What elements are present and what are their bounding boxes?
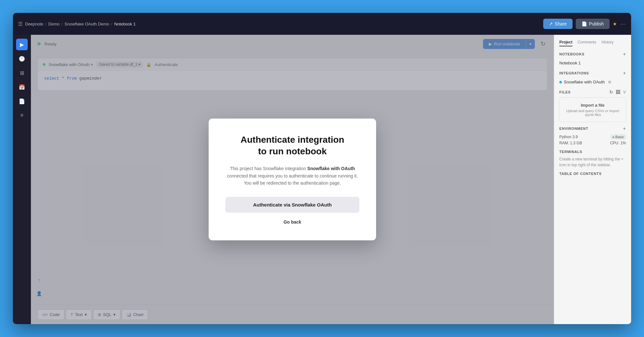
environment-section-title: ENVIRONMENT + xyxy=(559,126,626,131)
right-sidebar: Project Comments History NOTEBOOKS + Not… xyxy=(554,35,631,324)
file-upload-area[interactable]: Import a file Upload and query CSVs or i… xyxy=(559,97,626,122)
breadcrumb-sep3: / xyxy=(111,22,112,26)
right-sidebar-tabs: Project Comments History xyxy=(559,40,626,46)
integration-item[interactable]: Snowflake with OAuth ⚙ xyxy=(559,78,626,86)
breadcrumb-sep2: / xyxy=(62,22,63,26)
snowflake-status-dot xyxy=(559,81,562,83)
main-content: ▶ 🕐 ⊞ 📅 📄 ≡ Ready ▶ Run notebook ▾ xyxy=(13,35,631,324)
environment-stats-row: RAM: 1.3 GB CPU: 1% xyxy=(559,140,626,146)
left-sidebar: ▶ 🕐 ⊞ 📅 📄 ≡ xyxy=(13,35,31,324)
breadcrumb-project[interactable]: Demo xyxy=(48,22,60,26)
tab-project[interactable]: Project xyxy=(559,40,573,46)
share-icon: ↗ xyxy=(549,21,553,26)
sidebar-play-icon[interactable]: ▶ xyxy=(16,39,28,50)
sidebar-list-icon[interactable]: ≡ xyxy=(16,110,28,121)
modal-description: This project has Snowflake integration S… xyxy=(225,165,359,187)
hamburger-icon[interactable]: ☰ xyxy=(18,21,23,27)
notebook-item[interactable]: Notebook 1 xyxy=(559,59,626,67)
sidebar-doc-icon[interactable]: 📄 xyxy=(16,95,28,107)
authenticate-modal: Authenticate integrationto run notebook … xyxy=(209,119,376,241)
env-tier-badge: Basic xyxy=(611,134,626,140)
add-notebook-icon[interactable]: + xyxy=(623,52,626,57)
terminals-desc: Create a new terminal by hitting the + i… xyxy=(559,156,626,168)
sidebar-calendar-icon[interactable]: 📅 xyxy=(16,81,28,93)
breadcrumb-path[interactable]: Snowflake OAuth Demo xyxy=(64,22,109,26)
publish-button[interactable]: 📄 Publish xyxy=(576,19,610,29)
breadcrumb: Deepnote / Demo / Snowflake OAuth Demo /… xyxy=(25,22,136,26)
top-bar-right: ↗ Share 📄 Publish ★ ⋯ xyxy=(543,19,626,29)
files-actions: ↻ 🖼 ⑂ xyxy=(609,90,626,95)
file-github-icon[interactable]: ⑂ xyxy=(623,90,626,95)
add-integration-icon[interactable]: + xyxy=(623,71,626,76)
more-options-icon[interactable]: ⋯ xyxy=(620,20,626,27)
tab-comments[interactable]: Comments xyxy=(578,40,596,46)
files-section-title: FILES ↻ 🖼 ⑂ xyxy=(559,90,626,95)
terminals-section-title: TERMINALS xyxy=(559,150,626,154)
breadcrumb-sep1: / xyxy=(45,22,46,26)
top-bar: ☰ Deepnote / Demo / Snowflake OAuth Demo… xyxy=(13,13,631,35)
tab-history[interactable]: History xyxy=(601,40,613,46)
environment-python-row: Python 3.9 Basic xyxy=(559,134,626,140)
notebooks-section-title: NOTEBOOKS + xyxy=(559,52,626,57)
modal-title: Authenticate integrationto run notebook xyxy=(225,134,359,158)
star-icon[interactable]: ★ xyxy=(613,21,617,26)
toc-section-title: TABLE OF CONTENTS xyxy=(559,172,626,176)
modal-overlay: Authenticate integrationto run notebook … xyxy=(31,35,554,324)
integrations-section-title: INTEGRATIONS + xyxy=(559,71,626,76)
notebook-area: Ready ▶ Run notebook ▾ ↻ Sn xyxy=(31,35,554,324)
breadcrumb-notebook[interactable]: Notebook 1 xyxy=(114,22,136,26)
add-environment-icon[interactable]: + xyxy=(623,126,626,131)
file-refresh-icon[interactable]: ↻ xyxy=(609,90,613,95)
top-bar-left: ☰ Deepnote / Demo / Snowflake OAuth Demo… xyxy=(18,21,539,27)
sidebar-grid-icon[interactable]: ⊞ xyxy=(16,67,28,79)
go-back-button[interactable]: Go back xyxy=(283,219,301,225)
breadcrumb-app[interactable]: Deepnote xyxy=(25,22,43,26)
file-image-icon[interactable]: 🖼 xyxy=(616,90,620,95)
app-window: ☰ Deepnote / Demo / Snowflake OAuth Demo… xyxy=(13,13,631,324)
share-button[interactable]: ↗ Share xyxy=(543,19,573,29)
publish-icon: 📄 xyxy=(582,21,587,26)
integration-settings-icon[interactable]: ⚙ xyxy=(608,80,611,84)
sidebar-history-icon[interactable]: 🕐 xyxy=(16,53,28,64)
authenticate-button[interactable]: Authenticate via Snowflake OAuth xyxy=(225,197,359,213)
